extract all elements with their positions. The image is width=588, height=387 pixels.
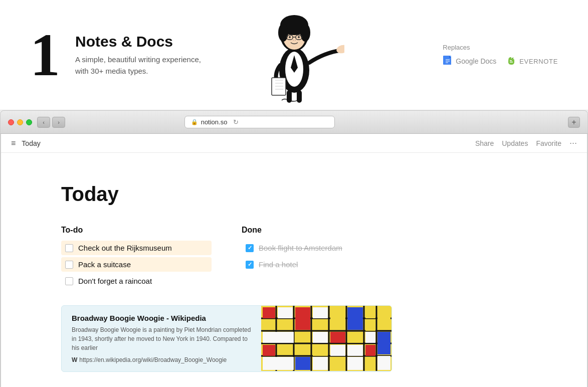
notion-toolbar: ≡ Today Share Updates Favorite ··· <box>1 134 587 153</box>
svg-rect-28 <box>510 60 512 61</box>
promo-title: Notes & Docs <box>75 33 201 50</box>
google-docs-badge: Google Docs <box>443 56 496 66</box>
back-button[interactable]: ‹ <box>37 117 50 128</box>
evernote-label: EVERNOTE <box>519 58 558 65</box>
evernote-badge: EVERNOTE <box>506 56 558 66</box>
svg-rect-66 <box>365 320 375 331</box>
promo-banner: 1 Notes & Docs A simple, beautiful writi… <box>0 0 588 110</box>
favorite-button[interactable]: Favorite <box>536 139 561 147</box>
todo-text-2: Pack a suitcase <box>78 260 131 269</box>
browser-content: ≡ Today Share Updates Favorite ··· Today… <box>1 134 587 387</box>
replaces-label: Replaces <box>443 44 558 51</box>
checkbox-1[interactable] <box>65 244 73 252</box>
traffic-lights <box>8 119 32 125</box>
wiki-description: Broadway Boogie Woogie is a painting by … <box>72 325 251 352</box>
todo-column: To-do Check out the Rijksmuseum Pack a s… <box>61 226 212 290</box>
notion-page: Today To-do Check out the Rijksmuseum Pa… <box>1 153 452 387</box>
svg-rect-56 <box>313 332 328 343</box>
svg-rect-60 <box>330 345 345 356</box>
google-docs-icon <box>443 56 453 66</box>
svg-rect-49 <box>295 357 310 370</box>
wiki-url: W https://en.wikipedia.org/wiki/Broadway… <box>72 356 251 363</box>
close-button[interactable] <box>8 119 14 125</box>
done-column: Done ✓ Book flight to Amsterdam ✓ Find a… <box>242 226 392 290</box>
list-item: Check out the Rijksmuseum <box>61 241 212 255</box>
svg-rect-52 <box>313 307 328 318</box>
svg-rect-57 <box>347 332 363 343</box>
checkbox-checked-2[interactable]: ✓ <box>246 261 254 269</box>
svg-rect-42 <box>263 307 275 318</box>
google-docs-label: Google Docs <box>456 57 496 65</box>
svg-rect-54 <box>263 320 275 330</box>
address-bar[interactable]: 🔒 notion.so ↻ <box>184 116 335 128</box>
wiki-w-icon: W <box>72 356 77 363</box>
page-heading: Today <box>61 183 392 206</box>
svg-rect-47 <box>347 307 363 330</box>
svg-rect-53 <box>330 307 345 330</box>
svg-rect-62 <box>330 357 345 370</box>
svg-point-7 <box>300 24 310 42</box>
columns: To-do Check out the Rijksmuseum Pack a s… <box>61 226 392 290</box>
svg-rect-64 <box>347 357 363 370</box>
checkbox-2[interactable] <box>65 261 73 269</box>
svg-rect-58 <box>263 357 294 370</box>
svg-point-11 <box>289 36 291 38</box>
checkbox-3[interactable] <box>65 277 73 285</box>
svg-point-14 <box>295 40 296 41</box>
svg-point-6 <box>278 24 288 42</box>
done-text-1: Book flight to Amsterdam <box>259 244 342 252</box>
share-button[interactable]: Share <box>475 139 494 147</box>
todo-text-1: Check out the Rijksmuseum <box>78 244 172 252</box>
svg-rect-22 <box>297 90 302 103</box>
done-heading: Done <box>242 226 392 235</box>
svg-rect-67 <box>365 332 375 343</box>
promo-replaces: Replaces Google Docs <box>443 44 558 66</box>
new-tab-button[interactable]: + <box>568 117 580 128</box>
checkbox-checked-1[interactable]: ✓ <box>246 244 254 252</box>
lock-icon: 🔒 <box>191 119 198 125</box>
mondrian-image <box>261 306 391 371</box>
promo-subtitle: A simple, beautiful writing experience, … <box>75 54 201 77</box>
list-item: ✓ Book flight to Amsterdam <box>242 241 392 255</box>
toolbar-right: Share Updates Favorite ··· <box>475 138 577 148</box>
promo-text: Notes & Docs A simple, beautiful writing… <box>75 33 201 77</box>
menu-icon[interactable]: ≡ <box>11 139 16 148</box>
svg-rect-44 <box>330 332 345 343</box>
svg-point-12 <box>298 36 300 38</box>
svg-rect-50 <box>278 307 293 318</box>
list-item: Pack a suitcase <box>61 257 212 272</box>
wiki-content: Broadway Boogie Woogie - Wikipedia Broad… <box>62 306 261 371</box>
svg-rect-55 <box>263 332 294 343</box>
svg-rect-61 <box>313 357 328 370</box>
svg-rect-69 <box>377 307 390 330</box>
todo-heading: To-do <box>61 226 212 235</box>
browser-titlebar: ‹ › 🔒 notion.so ↻ + <box>1 111 587 134</box>
forward-button[interactable]: › <box>52 117 65 128</box>
refresh-button[interactable]: ↻ <box>233 118 239 126</box>
wiki-url-text: https://en.wikipedia.org/wiki/Broadway_B… <box>79 356 227 363</box>
promo-number: 1 <box>30 25 60 85</box>
svg-rect-65 <box>365 307 375 318</box>
svg-rect-63 <box>347 345 363 356</box>
updates-button[interactable]: Updates <box>502 139 528 147</box>
maximize-button[interactable] <box>26 119 32 125</box>
wiki-card[interactable]: Broadway Boogie Woogie - Wikipedia Broad… <box>61 305 392 372</box>
url-text: notion.so <box>201 118 228 126</box>
done-text-2: Find a hotel <box>259 260 298 269</box>
todo-text-3: Don't forget a raincoat <box>78 277 152 285</box>
wiki-title: Broadway Boogie Woogie - Wikipedia <box>72 314 251 322</box>
promo-illustration <box>244 0 344 105</box>
svg-rect-43 <box>295 307 310 330</box>
breadcrumb: Today <box>22 139 40 147</box>
svg-rect-51 <box>278 320 293 330</box>
svg-rect-45 <box>365 345 375 356</box>
svg-rect-59 <box>313 345 328 356</box>
list-item: Don't forget a raincoat <box>61 274 212 288</box>
replaces-apps: Google Docs EVERNOTE <box>443 56 558 66</box>
more-button[interactable]: ··· <box>569 138 577 148</box>
svg-rect-70 <box>377 356 390 370</box>
list-item: ✓ Find a hotel <box>242 257 392 272</box>
nav-buttons: ‹ › <box>37 117 65 128</box>
svg-point-13 <box>293 40 294 41</box>
minimize-button[interactable] <box>17 119 23 125</box>
